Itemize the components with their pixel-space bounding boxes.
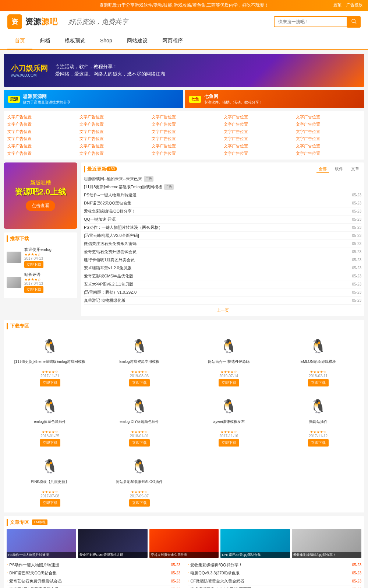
download-btn-3[interactable]: 立即下载 (219, 379, 239, 386)
update-link[interactable]: 爱奇艺影视CMS半晶优化版 (84, 273, 133, 279)
promo-prefix: 新版吐槽 (30, 180, 51, 186)
article-link-3[interactable]: 爱奇艺钻石免费升级尝试会员 (9, 578, 169, 584)
recommend-stars-2: ★★★★☆ (24, 277, 43, 281)
recommend-download-btn-1[interactable]: 立即下载 (24, 261, 43, 268)
tab-software[interactable]: 软件 (333, 165, 345, 173)
download-btn-7[interactable]: 立即下载 (219, 439, 239, 447)
article-images: PS动作一键人物照片转速漫 爱奇艺影视CMS管理系统讲码 穿越火线黄金永久四件套… (7, 529, 361, 558)
article-thumb-3[interactable]: 穿越火线黄金永久四件套 (149, 529, 219, 558)
update-link[interactable]: PS动作--一键人物照片转速漫 (84, 192, 137, 198)
penguin-icon-3: 🐧 (220, 335, 238, 357)
tab-article[interactable]: 文章 (349, 165, 361, 173)
ad-links-col-5: 文字广告位置 文字广告位置 文字广告位置 文字广告位置 文字广告位置 文字广告位… (296, 113, 361, 157)
nav-item-archive[interactable]: 归档 (32, 33, 57, 49)
logo-text: 资源源吧 (25, 16, 57, 27)
download-btn-1[interactable]: 立即下载 (40, 379, 60, 386)
article-caption-5: 爱收集彩缘编辑/QQ群分享！ (292, 552, 361, 558)
prev-page[interactable]: 上一页 (217, 308, 229, 312)
sidebar: 新版吐槽 资源吧2.0上线 点击查看 推荐下载 欢迎使用emlog ★★★★☆ … (4, 162, 77, 320)
update-item: 建行卡领取1月真团外卖会员 05-23 (84, 256, 361, 264)
ad-banner-right[interactable]: 七鱼 七鱼网 专注软件、辅助、活动、教程分享！ (185, 90, 364, 108)
recent-header: 最近更新 +30 全部 软件 文章 (84, 165, 361, 173)
article-link-10[interactable]: 安卓缮猫耳旁v1.2.0免贝版 买买买 (190, 587, 350, 588)
penguin-icon-10: 🐧 (130, 455, 149, 477)
recommend-item-title-2: 站长评语 (24, 272, 43, 277)
update-link[interactable]: [迅雷间距：腾勒）v1.0.29Z.0 (84, 290, 137, 295)
update-item: DNF诺巴82天QQ黑钻合集 05-23 (84, 199, 361, 207)
article-item-2: DNF诺巴82天QQ黑钻合集 05-23 (7, 569, 180, 577)
update-link[interactable]: 真荣游记 动物柑绿化版 (84, 298, 125, 303)
banner-right-links: 置顶 广告投放 (330, 2, 362, 8)
download-btn-5[interactable]: 立即下载 (40, 439, 60, 447)
update-link[interactable]: 微信关注送石头免费永久密码 (84, 241, 137, 246)
nav-item-template[interactable]: 模板预览 (57, 33, 93, 49)
banner-link-2[interactable]: 广告投放 (346, 3, 362, 7)
article-thumb-4[interactable]: DNF诺巴82天QQ黑钻合集 (220, 529, 290, 558)
update-date: 05-23 (352, 298, 361, 302)
article-thumb-5[interactable]: 爱收集彩缘编辑/QQ群分享！ (292, 529, 361, 558)
download-stars-5: ★★★★☆ (10, 430, 90, 434)
article-link-4[interactable]: 京东玉3元1月腾讯视频会员 (9, 587, 169, 588)
article-caption-2: 爱奇艺影视CMS管理系统讲码 (78, 552, 148, 558)
article-link-1[interactable]: PS动作一键人物照片转速漫 (9, 562, 169, 568)
update-link[interactable]: 安卓缮猫耳旁v1.2.0免贝版 (84, 265, 131, 271)
article-date-1: 05-23 (171, 563, 180, 567)
ad-left-badge: 思源 (8, 96, 20, 103)
recommend-section: 推荐下载 欢迎使用emlog ★★★★☆ 2017-04-13 立即下载 站长评… (4, 232, 77, 298)
recent-title-area: 最近更新 +30 (84, 166, 117, 172)
download-stars-3: ★★★★☆ (188, 370, 269, 374)
search-button[interactable] (347, 16, 361, 28)
download-title-3: 网站当合一 获选PHP源码 (188, 359, 269, 369)
nav-item-website[interactable]: 网站建设 (120, 33, 155, 49)
nav-item-webpage[interactable]: 网页程序 (155, 33, 190, 49)
article-link-8[interactable]: 电脑QQv9.3.3(2700)绿色版 (190, 570, 350, 576)
update-link[interactable]: DNF诺巴82天QQ黑钻合集 (84, 200, 131, 206)
update-link[interactable]: 爱收集彩缘编辑/QQ群分享！ (84, 209, 136, 214)
update-link[interactable]: PS动作：一键人物照片转速漫（两46风格） (84, 225, 163, 230)
download-btn-8[interactable]: 立即下载 (308, 439, 329, 447)
tab-all[interactable]: 全部 (316, 165, 329, 173)
article-thumb-1[interactable]: PS动作一键人物照片转速漫 (7, 529, 76, 558)
banner-link-1[interactable]: 置顶 (333, 3, 342, 7)
update-link[interactable]: 安卓大神P图v6.2.1.1合贝版 (84, 281, 133, 287)
update-link[interactable]: 爱奇芝钻石免费升级尝试会员 (84, 249, 137, 255)
download-title-7: laywei谦谦模板发布 (188, 419, 269, 429)
ad-banner-left[interactable]: 思源 思源资源网 致力于高质量资源技术的分享 (4, 90, 183, 108)
download-card-8: 🐧 购网站插件 ★★★★☆ 2017-11-12 立即下载 (275, 392, 361, 449)
update-link[interactable]: QQ一键加速 开源 (84, 217, 116, 222)
download-stars-2: ★★★★☆ (99, 370, 180, 374)
article-link-9[interactable]: CF微缩防喷黄金永久黄金武器 (190, 578, 350, 584)
article-link-2[interactable]: DNF诺巴82天QQ黑钻合集 (9, 570, 169, 576)
update-link[interactable]: 思源游戏网--他如未来--未来已来 (84, 176, 142, 182)
download-btn-4[interactable]: 立即下载 (308, 379, 329, 386)
recommend-item-2: 站长评语 ★★★★☆ 2017-04-13 立即下载 (7, 270, 74, 295)
download-btn-6[interactable]: 立即下载 (129, 439, 150, 447)
update-link[interactable]: [11月8更新]xtheme基础版Emlog游戏网模板 (84, 184, 162, 190)
update-date: 05-23 (352, 258, 361, 262)
recommend-thumb-2 (7, 277, 21, 288)
penguin-icon-8: 🐧 (309, 395, 328, 417)
article-thumb-2[interactable]: 爱奇艺影视CMS管理系统讲码 (78, 529, 148, 558)
search-input[interactable] (274, 16, 347, 27)
promo-btn[interactable]: 点击查看 (26, 200, 55, 211)
recommend-download-btn-2[interactable]: 立即下载 (24, 286, 43, 293)
download-btn-10[interactable]: 立即下载 (129, 499, 150, 507)
update-link[interactable]: [迅雷云峰机器人V2.0全新密码] (84, 233, 139, 238)
update-date: 05-23 (352, 250, 361, 254)
nav-item-shop[interactable]: Shop (93, 33, 120, 49)
download-date-10: 2017-09-07 (99, 494, 180, 498)
recommend-item-title-1: 欢迎使用emlog (24, 247, 52, 252)
nav-item-home[interactable]: 首页 (7, 33, 32, 49)
download-btn-2[interactable]: 立即下载 (129, 379, 150, 386)
hero-banner-inner: 小刀娱乐网 www.X6D.COM 专注活动，软件，教程分享！ 爱网络，爱这里。… (4, 54, 364, 87)
article-date-3: 05-23 (171, 579, 180, 583)
page-nav: 上一页 (84, 308, 361, 313)
update-item: PS动作--一键人物照片转速漫 05-23 (84, 191, 361, 199)
download-btn-9[interactable]: 立即下载 (40, 499, 60, 507)
article-badge: EM教程 (32, 519, 47, 525)
recommend-item-1: 欢迎使用emlog ★★★★☆ 2017-04-13 立即下载 (7, 245, 74, 270)
update-link[interactable]: 建行卡领取1月真团外卖会员 (84, 257, 135, 263)
article-link-7[interactable]: 爱收集彩缘编辑/QQ群分享！ (190, 562, 350, 568)
update-date: 05-23 (352, 274, 361, 278)
update-item: [迅雷云峰机器人V2.0全新密码] 05-23 (84, 232, 361, 240)
